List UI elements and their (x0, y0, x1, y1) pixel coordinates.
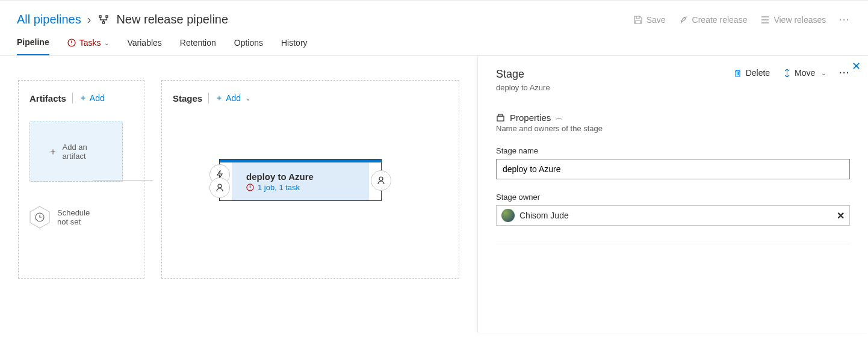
save-button[interactable]: Save (633, 15, 666, 25)
stage-name-input[interactable] (496, 159, 850, 179)
plus-icon: ＋ (48, 146, 58, 158)
divider (208, 93, 209, 104)
chevron-right-icon: › (87, 13, 91, 26)
create-release-button[interactable]: Create release (679, 15, 748, 25)
stage-body[interactable]: deploy to Azure 1 job, 1 task (232, 162, 369, 200)
pre-deploy-approver-button[interactable] (209, 178, 230, 198)
svg-rect-1 (106, 16, 108, 17)
add-artifact-card[interactable]: ＋ Add an artifact (29, 122, 123, 182)
schedule-row[interactable]: Schedule not set (29, 206, 133, 229)
tab-retention[interactable]: Retention (180, 32, 216, 55)
svg-rect-2 (103, 22, 105, 23)
move-stage-button[interactable]: Move ⌄ (783, 68, 826, 78)
properties-description: Name and owners of the stage (496, 124, 850, 133)
add-label: Add (226, 93, 241, 103)
save-label: Save (646, 15, 666, 25)
plus-icon: ＋ (215, 93, 223, 104)
svg-point-6 (218, 184, 222, 188)
avatar (501, 209, 515, 222)
delete-stage-button[interactable]: Delete (733, 68, 770, 78)
chevron-down-icon: ⌄ (104, 40, 109, 46)
chevron-down-icon: ⌄ (246, 95, 250, 102)
tab-pipeline[interactable]: Pipeline (17, 32, 49, 55)
more-button[interactable]: ··· (839, 15, 850, 25)
stages-section: Stages ＋ Add ⌄ (161, 80, 459, 279)
tabs: Pipeline Tasks ⌄ Variables Retention Opt… (0, 32, 868, 56)
stage-node: deploy to Azure 1 job, 1 task (219, 159, 382, 201)
divider (72, 93, 73, 104)
clock-icon (29, 206, 50, 229)
add-artifact-label: Add an artifact (63, 143, 105, 161)
pipeline-icon (97, 13, 110, 26)
stage-owner-name: Chisom Jude (519, 211, 569, 220)
svg-point-7 (379, 177, 383, 181)
view-releases-button[interactable]: View releases (760, 15, 826, 25)
chevron-up-icon: ︿ (556, 113, 563, 123)
properties-label: Properties (510, 113, 551, 123)
stage-properties-panel: ✕ Stage deploy to Azure Delete Move ⌄ ··… (477, 56, 868, 333)
artifacts-title: Artifacts (29, 93, 66, 104)
svg-rect-9 (497, 116, 504, 121)
stage-owner-field[interactable]: Chisom Jude ✕ (496, 205, 850, 226)
stage-tasks-link[interactable]: 1 job, 1 task (246, 183, 369, 192)
panel-title: Stage (496, 68, 550, 81)
header-actions: Save Create release View releases ··· (633, 15, 850, 25)
add-artifact-link[interactable]: ＋ Add (79, 93, 105, 104)
breadcrumb-root-link[interactable]: All pipelines (17, 13, 81, 26)
create-release-label: Create release (692, 15, 748, 25)
stage-owner-label: Stage owner (496, 193, 850, 202)
properties-icon (496, 113, 505, 122)
view-releases-label: View releases (773, 15, 826, 25)
svg-rect-0 (99, 16, 101, 17)
chevron-down-icon: ⌄ (821, 70, 826, 76)
stages-title: Stages (173, 93, 202, 104)
panel-subtitle: deploy to Azure (496, 83, 550, 92)
schedule-label: Schedule not set (57, 208, 99, 226)
tab-tasks[interactable]: Tasks ⌄ (67, 32, 110, 55)
breadcrumb-title: New release pipeline (116, 13, 228, 26)
tab-variables[interactable]: Variables (127, 32, 161, 55)
stage-name: deploy to Azure (246, 172, 369, 182)
artifacts-section: Artifacts ＋ Add ＋ Add an artifact Schedu… (18, 80, 144, 279)
more-button[interactable]: ··· (839, 68, 850, 78)
move-label: Move (795, 68, 815, 78)
add-label: Add (90, 93, 105, 103)
clear-owner-button[interactable]: ✕ (837, 210, 845, 221)
stage-sub-label: 1 job, 1 task (258, 183, 300, 192)
breadcrumb: All pipelines › New release pipeline (17, 13, 228, 26)
connector-line (93, 180, 153, 181)
tab-tasks-label: Tasks (79, 38, 101, 48)
delete-label: Delete (746, 68, 770, 78)
plus-icon: ＋ (79, 93, 87, 104)
stage-name-label: Stage name (496, 146, 850, 155)
pipeline-canvas: Artifacts ＋ Add ＋ Add an artifact Schedu… (0, 56, 477, 333)
post-deploy-approver-button[interactable] (371, 170, 391, 191)
tab-history[interactable]: History (281, 32, 308, 55)
divider (496, 244, 850, 244)
tab-options[interactable]: Options (234, 32, 263, 55)
add-stage-link[interactable]: ＋ Add ⌄ (215, 93, 250, 104)
properties-section-header[interactable]: Properties ︿ (496, 113, 850, 123)
svg-rect-10 (498, 114, 503, 116)
close-panel-button[interactable]: ✕ (852, 60, 861, 73)
